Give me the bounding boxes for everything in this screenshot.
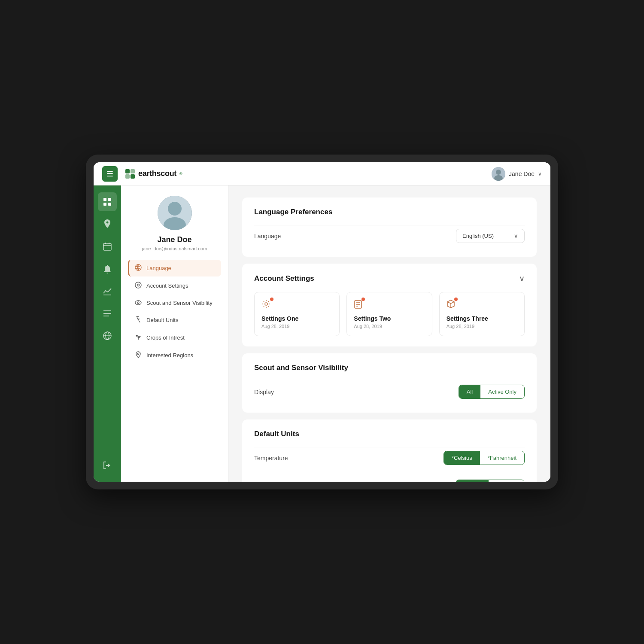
svg-rect-2 (125, 174, 130, 179)
default-units-section: Default Units Temperature °Celsius °Fahr… (242, 419, 537, 482)
fahrenheit-button[interactable]: °Fahrenheit (480, 451, 524, 465)
svg-point-25 (135, 264, 141, 270)
sidebar-nav (94, 185, 121, 482)
settings-area: Language Preferences Language English (U… (228, 185, 550, 482)
language-section-header: Language Preferences (254, 208, 525, 216)
menu-item-scout-sensor[interactable]: Scout and Sensor Visibility (128, 295, 221, 311)
svg-rect-1 (131, 169, 135, 173)
earthscout-logo-icon (125, 168, 136, 179)
default-units-icon (134, 316, 142, 324)
temperature-label: Temperature (254, 455, 288, 462)
settings-card-three-title: Settings Three (447, 315, 517, 322)
temperature-row: Temperature °Celsius °Fahrenheit (254, 447, 525, 468)
menu-label-crops: Crops of Intrest (146, 334, 185, 341)
user-menu-chevron: ∨ (538, 171, 542, 177)
nav-item-dashboard[interactable] (98, 192, 117, 211)
settings-menu: Language Account Settings (128, 260, 221, 364)
nav-item-notifications[interactable] (98, 259, 117, 278)
user-menu-button[interactable]: Jane Doe ∨ (492, 167, 542, 181)
tablet-frame: ☰ earthscout ® (86, 155, 558, 489)
display-label: Display (254, 389, 274, 395)
svg-rect-0 (125, 169, 130, 173)
menu-item-language[interactable]: Language (128, 260, 221, 276)
display-active-only-button[interactable]: Active Only (480, 385, 524, 398)
svg-rect-9 (103, 203, 106, 206)
menu-item-regions[interactable]: Interested Regions (128, 347, 221, 364)
svg-rect-10 (108, 203, 111, 206)
logo-text: earthscout (138, 169, 176, 178)
nav-item-globe[interactable] (98, 326, 117, 345)
settings-card-three[interactable]: Settings Three Aug 28, 2019 (439, 292, 525, 336)
svg-point-5 (496, 170, 501, 175)
language-selected-value: English (US) (462, 233, 494, 239)
scout-sensor-title: Scout and Sensor Visibility (254, 364, 348, 372)
account-settings-section: Account Settings ∨ S (242, 264, 537, 346)
settings-three-icon (447, 299, 455, 311)
language-icon (134, 264, 142, 272)
settings-two-icon (354, 299, 362, 311)
regions-icon (134, 351, 142, 359)
menu-label-account-settings: Account Settings (146, 283, 188, 289)
svg-point-23 (168, 202, 182, 216)
soil-ec-row: Soil EC uS/CM deciS/M (254, 476, 525, 482)
default-units-title: Default Units (254, 430, 299, 438)
display-toggle-group: All Active Only (459, 385, 525, 399)
svg-point-31 (265, 303, 267, 305)
decism-button[interactable]: deciS/M (489, 480, 524, 482)
profile-avatar (158, 196, 192, 230)
settings-card-two-title: Settings Two (354, 315, 425, 322)
settings-one-icon (261, 299, 271, 311)
profile-name: Jane Doe (128, 235, 221, 244)
svg-rect-7 (103, 198, 106, 201)
nav-item-list[interactable] (98, 304, 117, 323)
menu-label-scout-sensor: Scout and Sensor Visibility (146, 300, 213, 306)
language-section: Language Preferences Language English (U… (242, 197, 537, 257)
menu-label-language: Language (146, 265, 171, 271)
account-settings-icon (134, 282, 142, 290)
profile-panel: Jane Doe jane_doe@industrialsmart.com La… (121, 185, 228, 482)
scout-sensor-section: Scout and Sensor Visibility Display All … (242, 353, 537, 413)
nav-item-logout[interactable] (98, 456, 117, 475)
user-avatar-top (492, 167, 505, 181)
svg-point-27 (137, 284, 140, 286)
settings-card-one[interactable]: Settings One Aug 28, 2019 (254, 292, 340, 336)
account-settings-collapse-icon[interactable]: ∨ (519, 274, 525, 283)
svg-point-26 (135, 282, 141, 288)
settings-card-one-date: Aug 28, 2019 (261, 324, 332, 329)
menu-item-account-settings[interactable]: Account Settings (128, 277, 221, 294)
language-dropdown[interactable]: English (US) ∨ (456, 229, 525, 243)
user-name-header: Jane Doe (509, 170, 535, 177)
nav-item-calendar[interactable] (98, 237, 117, 256)
nav-item-location[interactable] (98, 215, 117, 234)
scout-sensor-icon (134, 299, 142, 307)
language-row: Language English (US) ∨ (254, 225, 525, 246)
svg-point-28 (135, 301, 141, 305)
settings-card-two[interactable]: Settings Two Aug 28, 2019 (346, 292, 432, 336)
language-dropdown-chevron: ∨ (514, 233, 518, 239)
tablet-screen: ☰ earthscout ® (94, 162, 550, 482)
crops-icon (134, 334, 142, 342)
default-units-header: Default Units (254, 430, 525, 438)
display-all-button[interactable]: All (459, 385, 480, 398)
menu-label-regions: Interested Regions (146, 352, 193, 358)
main-content: Jane Doe jane_doe@industrialsmart.com La… (94, 185, 550, 482)
display-row: Display All Active Only (254, 381, 525, 402)
temperature-toggle-group: °Celsius °Fahrenheit (444, 451, 525, 465)
svg-point-30 (137, 353, 139, 355)
nav-item-analytics[interactable] (98, 282, 117, 301)
celsius-button[interactable]: °Celsius (444, 451, 480, 465)
account-settings-header: Account Settings ∨ (254, 274, 525, 283)
settings-card-three-date: Aug 28, 2019 (447, 324, 517, 329)
menu-item-crops[interactable]: Crops of Intrest (128, 329, 221, 346)
language-section-title: Language Preferences (254, 208, 332, 216)
menu-item-default-units[interactable]: Default Units (128, 312, 221, 328)
top-bar-left: ☰ earthscout ® (102, 166, 182, 182)
top-bar: ☰ earthscout ® (94, 162, 550, 185)
hamburger-menu-button[interactable]: ☰ (102, 166, 118, 182)
account-settings-title: Account Settings (254, 274, 314, 283)
svg-rect-3 (131, 174, 135, 179)
profile-email: jane_doe@industrialsmart.com (128, 246, 221, 251)
uscm-button[interactable]: uS/CM (456, 480, 489, 482)
settings-card-two-date: Aug 28, 2019 (354, 324, 425, 329)
scout-sensor-header: Scout and Sensor Visibility (254, 364, 525, 372)
